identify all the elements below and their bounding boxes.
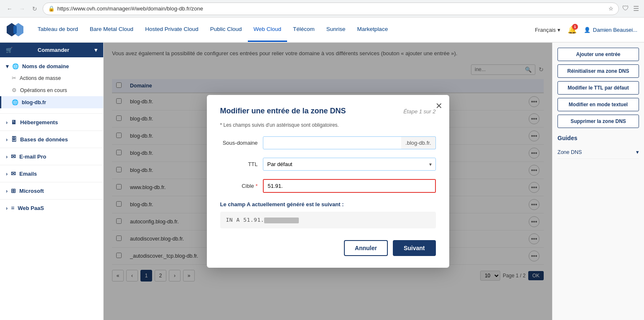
modal-dialog: ✕ Modifier une entrée de la zone DNS Éta… — [207, 95, 449, 268]
commander-button[interactable]: 🛒 Commander ▾ — [0, 43, 103, 57]
language-selector[interactable]: Français ▾ — [535, 27, 560, 33]
sidebar-bases-de-donnees[interactable]: › 🗄 Bases de données — [0, 133, 103, 146]
gear-icon: ⚙ — [12, 87, 17, 93]
chevron-down-icon: ▾ — [636, 149, 639, 155]
globe-icon: 🌐 — [12, 99, 18, 105]
cible-label: Cible — [220, 183, 258, 189]
modal-close-button[interactable]: ✕ — [435, 101, 443, 111]
main-layout: 🛒 Commander ▾ ▾ 🌐 Noms de domaine ✂ Acti… — [0, 43, 644, 320]
nav-hosted-private-cloud[interactable]: Hosted Private Cloud — [139, 18, 204, 42]
user-icon: 👤 — [584, 27, 591, 33]
modal-overlay: ✕ Modifier une entrée de la zone DNS Éta… — [104, 43, 552, 320]
nav-web-cloud[interactable]: Web Cloud — [248, 18, 288, 42]
browser-icons: 🛡 ☰ — [622, 5, 639, 13]
scissors-icon: ✂ — [12, 75, 16, 81]
sidebar-item-blog-db-fr[interactable]: 🌐 blog-db.fr — [0, 96, 103, 108]
lock-icon: 🔒 — [48, 5, 55, 12]
ovh-logo — [7, 23, 23, 36]
browser-chrome: ← → ↻ 🔒 https://www.ovh.com/manager/#/we… — [0, 0, 644, 18]
database-icon: 🗄 — [11, 136, 17, 143]
notification-badge: 1 — [572, 24, 578, 30]
content-area: Vous avez également la possibilité de co… — [104, 43, 552, 320]
nav-tableau-de-bord[interactable]: Tableau de bord — [32, 18, 84, 42]
url-text: https://www.ovh.com/manager/#/web/domain… — [57, 5, 606, 12]
chevron-right-icon: › — [6, 136, 8, 143]
email-icon: ✉ — [11, 153, 16, 160]
modal-step: Étape 1 sur 2 — [403, 108, 435, 115]
stack-icon: ≡ — [11, 205, 14, 211]
modal-footer: Annuler Suivant — [220, 240, 436, 256]
svg-marker-1 — [13, 23, 23, 36]
modal-title: Modifier une entrée de la zone DNS — [220, 107, 346, 115]
modal-info-value: IN A 51.91. — [226, 217, 265, 223]
ttl-select[interactable]: Par défaut 300 600 1800 3600 7200 86400 — [263, 158, 436, 171]
address-bar[interactable]: 🔒 https://www.ovh.com/manager/#/web/doma… — [43, 3, 619, 15]
sidebar-emails[interactable]: › ✉ Emails — [0, 167, 103, 180]
chevron-down-icon: ▾ — [6, 63, 9, 69]
chevron-down-icon: ▾ — [94, 47, 97, 53]
guide-zone-dns[interactable]: Zone DNS ▾ — [557, 146, 639, 159]
navbar-right: Français ▾ 🔔 1 👤 Damien Beausei... — [535, 24, 637, 36]
nav-bare-metal-cloud[interactable]: Bare Metal Cloud — [84, 18, 139, 42]
sidebar-item-operations-en-cours[interactable]: ⚙ Opérations en cours — [0, 84, 103, 96]
next-button[interactable]: Suivant — [393, 240, 436, 256]
right-panel: Ajouter une entrée Réinitialiser ma zone… — [552, 43, 644, 320]
cible-field: Cible — [220, 179, 436, 193]
sidebar-microsoft[interactable]: › ⊞ Microsoft — [0, 184, 103, 197]
star-icon: ☆ — [608, 5, 613, 12]
ttl-row: TTL Par défaut 300 600 1800 3600 7200 86… — [220, 158, 436, 171]
ttl-field: TTL Par défaut 300 600 1800 3600 7200 86… — [220, 158, 436, 171]
cart-icon: 🛒 — [6, 47, 13, 53]
chevron-right-icon: › — [6, 154, 8, 160]
nav-sunrise[interactable]: Sunrise — [321, 18, 351, 42]
sous-domaine-field: Sous-domaine .blog-db.fr. — [220, 136, 436, 149]
sous-domaine-input[interactable] — [263, 136, 403, 149]
nav-marketplace[interactable]: Marketplace — [351, 18, 394, 42]
nav-public-cloud[interactable]: Public Cloud — [204, 18, 248, 42]
cible-input[interactable] — [264, 180, 435, 192]
ttl-select-wrapper: Par défaut 300 600 1800 3600 7200 86400 … — [263, 158, 436, 171]
sidebar-web-paas[interactable]: › ≡ Web PaaS — [0, 201, 103, 215]
modal-info-section: Le champ A actuellement généré est le su… — [220, 201, 436, 228]
modal-info-box: IN A 51.91. — [220, 212, 436, 228]
sous-domaine-input-wrapper: .blog-db.fr. — [263, 136, 436, 149]
ttl-label: TTL — [220, 161, 258, 167]
nav-telecom[interactable]: Télécom — [287, 18, 321, 42]
supprimer-zone-dns-button[interactable]: Supprimer la zone DNS — [557, 115, 639, 128]
reload-button[interactable]: ↻ — [30, 4, 39, 13]
sidebar-noms-de-domaine-section: ▾ 🌐 Noms de domaine ✂ Actions de masse ⚙… — [0, 57, 103, 112]
back-button[interactable]: ← — [5, 4, 14, 13]
modifier-ttl-defaut-button[interactable]: Modifier le TTL par défaut — [557, 81, 639, 95]
user-menu[interactable]: 👤 Damien Beausei... — [584, 27, 637, 33]
shield-icon: 🛡 — [622, 5, 629, 13]
modal-header: Modifier une entrée de la zone DNS Étape… — [220, 107, 436, 115]
guides-title: Guides — [557, 135, 639, 141]
ajouter-entree-button[interactable]: Ajouter une entrée — [557, 48, 639, 61]
cible-input-wrapper — [263, 179, 436, 193]
chevron-right-icon: › — [6, 205, 8, 211]
sous-domaine-row: Sous-domaine .blog-db.fr. — [220, 136, 436, 149]
sidebar: 🛒 Commander ▾ ▾ 🌐 Noms de domaine ✂ Acti… — [0, 43, 104, 320]
sidebar-email-pro[interactable]: › ✉ E-mail Pro — [0, 150, 103, 163]
microsoft-icon: ⊞ — [11, 187, 16, 194]
sidebar-noms-de-domaine-header[interactable]: ▾ 🌐 Noms de domaine — [0, 61, 103, 72]
chevron-right-icon: › — [6, 171, 8, 177]
sidebar-item-actions-de-masse[interactable]: ✂ Actions de masse — [0, 72, 103, 84]
server-icon: 🖥 — [11, 119, 17, 125]
modifier-mode-textuel-button[interactable]: Modifier en mode textuel — [557, 98, 639, 111]
navbar: Tableau de bord Bare Metal Cloud Hosted … — [0, 18, 644, 43]
menu-icon: ☰ — [633, 5, 639, 13]
forward-button[interactable]: → — [18, 4, 27, 13]
cancel-button[interactable]: Annuler — [344, 240, 388, 256]
chevron-down-icon: ▾ — [557, 27, 560, 33]
chevron-right-icon: › — [6, 188, 8, 194]
sidebar-hebergements[interactable]: › 🖥 Hébergements — [0, 115, 103, 129]
globe-icon: 🌐 — [12, 63, 19, 69]
cible-row: Cible — [220, 179, 436, 193]
notification-button[interactable]: 🔔 1 — [566, 24, 578, 36]
sous-domaine-suffix: .blog-db.fr. — [401, 136, 435, 149]
chevron-right-icon: › — [6, 119, 8, 125]
modal-info-blurred-value — [264, 218, 299, 223]
navbar-links: Tableau de bord Bare Metal Cloud Hosted … — [32, 18, 535, 42]
reinitialiser-zone-dns-button[interactable]: Réinitialiser ma zone DNS — [557, 64, 639, 78]
